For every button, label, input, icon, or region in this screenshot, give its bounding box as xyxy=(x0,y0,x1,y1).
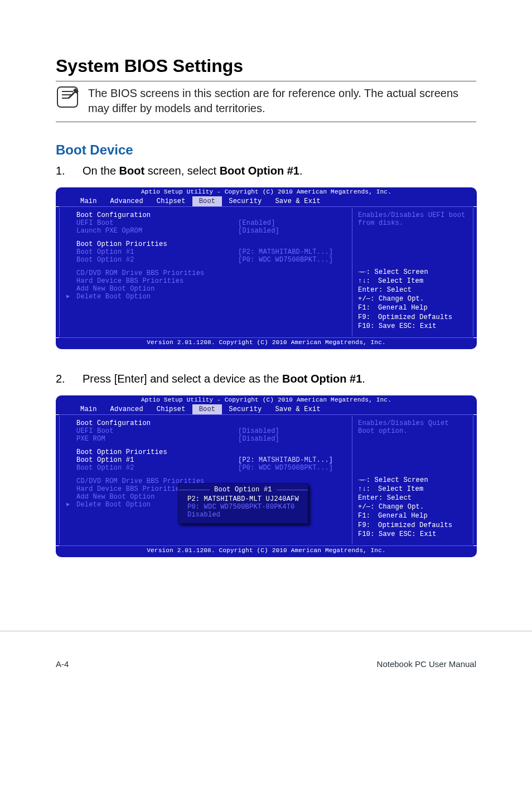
page-title: System BIOS Settings xyxy=(56,56,476,76)
bios-header: Aptio Setup Utility - Copyright (C) 2010… xyxy=(56,187,477,196)
bios-heading-bootconfig: Boot Configuration xyxy=(76,419,238,427)
keyhelp-f1-txt: General Help xyxy=(378,512,428,520)
keyhelp-arrows-ud-txt: Select Item xyxy=(378,277,423,285)
keyhelp-enter: Enter: Select xyxy=(358,494,467,503)
step-bold-option: Boot Option #1 xyxy=(220,165,299,177)
submenu-cddvd[interactable]: CD/DVD ROM Drive BBS Priorities xyxy=(76,269,238,277)
popup-option-disabled[interactable]: Disabled xyxy=(187,511,299,519)
uefi-boot-value: [Enabled] xyxy=(238,219,349,227)
note-text: The BIOS screens in this section are for… xyxy=(88,86,476,116)
tab-boot[interactable]: Boot xyxy=(192,404,223,414)
pxe-value: [Disabled] xyxy=(238,227,349,235)
bios-heading-bootconfig: Boot Configuration xyxy=(76,211,238,219)
bios-key-help: →←: Select Screen ↑↓:Select Item Enter: … xyxy=(358,268,467,331)
tab-security[interactable]: Security xyxy=(222,404,268,414)
step-text-a: On the xyxy=(83,165,119,177)
keyhelp-f10: F10: Save ESC: Exit xyxy=(358,530,467,539)
boot-option-1-label[interactable]: Boot Option #1 xyxy=(76,456,238,464)
note-block: The BIOS screens in this section are for… xyxy=(56,81,476,122)
keyhelp-arrows-ud-txt: Select Item xyxy=(378,485,423,493)
boot-option-1-label[interactable]: Boot Option #1 xyxy=(76,248,238,256)
keyhelp-f9-txt: Optimized Defaults xyxy=(378,313,452,321)
keyhelp-arrows-ud-sym: ↑↓: xyxy=(358,277,378,286)
pxe-rom-label[interactable]: PXE ROM xyxy=(76,435,238,443)
keyhelp-enter: Enter: Select xyxy=(358,286,467,294)
uefi-boot-value: [Disabled] xyxy=(238,427,349,435)
uefi-boot-label[interactable]: UEFI Boot xyxy=(76,427,238,435)
keyhelp-arrows-ud-sym: ↑↓: xyxy=(358,485,378,494)
boot-option-2-label[interactable]: Boot Option #2 xyxy=(76,464,238,472)
step-text-c: . xyxy=(299,165,303,177)
tab-save-exit[interactable]: Save & Exit xyxy=(268,196,327,206)
pxe-rom-value: [Disabled] xyxy=(238,435,349,443)
section-heading: Boot Device xyxy=(56,142,476,158)
bios-key-help: →←: Select Screen ↑↓:Select Item Enter: … xyxy=(358,476,467,539)
step-2: 2. Press [Enter] and select a device as … xyxy=(56,373,476,385)
boot-option-2-value: [P0: WDC WD7500BPKT...] xyxy=(238,256,349,264)
step-1: 1. On the Boot screen, select Boot Optio… xyxy=(56,165,476,177)
submenu-delete[interactable]: Delete Boot Option xyxy=(76,293,238,301)
pxe-label[interactable]: Launch PXE OpROM xyxy=(76,227,238,235)
tab-boot[interactable]: Boot xyxy=(192,196,223,206)
keyhelp-f1-sym: F1: xyxy=(358,303,378,312)
tab-main[interactable]: Main xyxy=(74,404,104,414)
step2-text-a: Press [Enter] and select a device as the xyxy=(83,373,282,385)
keyhelp-arrows-lr: →←: Select Screen xyxy=(358,268,467,277)
tab-security[interactable]: Security xyxy=(222,196,268,206)
submenu-addnew[interactable]: Add New Boot Option xyxy=(76,285,238,293)
tab-advanced[interactable]: Advanced xyxy=(104,404,150,414)
uefi-boot-label[interactable]: UEFI Boot xyxy=(76,219,238,227)
bios-heading-priorities: Boot Option Priorities xyxy=(76,240,238,248)
tab-advanced[interactable]: Advanced xyxy=(104,196,150,206)
popup-option-p0[interactable]: P0: WDC WD7500BPKT-80PK4T0 xyxy=(187,503,299,511)
bios-version: Version 2.01.1208. Copyright (C) 2010 Am… xyxy=(56,338,477,349)
step-bold-boot: Boot xyxy=(119,165,145,177)
page-number: A-4 xyxy=(56,659,69,669)
keyhelp-f9-txt: Optimized Defaults xyxy=(378,521,452,529)
step-number: 2. xyxy=(56,373,66,385)
bios-help-text: Enables/Disables UEFI boot from disks. xyxy=(358,211,467,227)
step-text-b: screen, select xyxy=(144,165,220,177)
keyhelp-arrows-lr: →←: Select Screen xyxy=(358,476,467,485)
step-number: 1. xyxy=(56,165,66,177)
keyhelp-f10: F10: Save ESC: Exit xyxy=(358,322,467,331)
keyhelp-change: +/—: Change Opt. xyxy=(358,294,467,303)
bios-version: Version 2.01.1208. Copyright (C) 2010 Am… xyxy=(56,546,477,557)
keyhelp-f1-txt: General Help xyxy=(378,304,428,312)
tab-main[interactable]: Main xyxy=(74,196,104,206)
keyhelp-f9-sym: F9: xyxy=(358,313,378,322)
tab-chipset[interactable]: Chipset xyxy=(150,404,192,414)
popup-option-p2[interactable]: P2: MATSHITABD-MLT UJ240AFW xyxy=(187,495,299,503)
step2-bold-option: Boot Option #1 xyxy=(282,373,362,385)
bios-header: Aptio Setup Utility - Copyright (C) 2010… xyxy=(56,395,477,404)
bios-screenshot-1: Aptio Setup Utility - Copyright (C) 2010… xyxy=(56,187,477,349)
footer-manual-title: Notebook PC User Manual xyxy=(377,659,476,669)
boot-option-1-value: [P2: MATSHITABD-MLT...] xyxy=(238,248,349,256)
bios-help-text: Enables/Disables Quiet Boot option. xyxy=(358,419,467,435)
boot-option-2-value: [P0: WDC WD7500BPKT...] xyxy=(238,464,349,472)
tab-chipset[interactable]: Chipset xyxy=(150,196,192,206)
submenu-harddev[interactable]: Hard Device BBS Priorities xyxy=(76,277,238,285)
note-icon xyxy=(56,86,79,108)
step2-text-b: . xyxy=(362,373,365,385)
boot-option-popup[interactable]: Boot Option #1 P2: MATSHITABD-MLT UJ240A… xyxy=(178,483,308,524)
boot-option-2-label[interactable]: Boot Option #2 xyxy=(76,256,238,264)
boot-option-1-value: [P2: MATSHITABD-MLT...] xyxy=(238,456,349,464)
tab-save-exit[interactable]: Save & Exit xyxy=(268,404,327,414)
keyhelp-f1-sym: F1: xyxy=(358,511,378,520)
keyhelp-f9-sym: F9: xyxy=(358,521,378,530)
bios-screenshot-2: Aptio Setup Utility - Copyright (C) 2010… xyxy=(56,395,477,557)
popup-title: Boot Option #1 xyxy=(187,486,299,494)
bios-heading-priorities: Boot Option Priorities xyxy=(76,448,238,456)
keyhelp-change: +/—: Change Opt. xyxy=(358,503,467,511)
